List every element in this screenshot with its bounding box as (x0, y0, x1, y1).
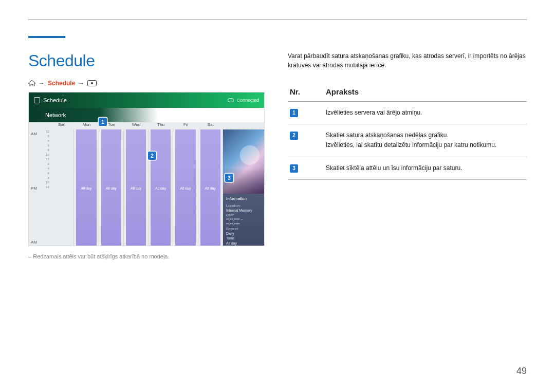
tick: 6 (42, 171, 49, 176)
schedule-screenshot: Schedule Connected Network Sun Mon Tue W… (28, 92, 265, 246)
desc-3: Skatiet sīktēla attēlu un īsu informācij… (324, 157, 527, 179)
info-panel: Information Location: Internal Memory Da… (223, 129, 264, 246)
enter-icon (87, 80, 97, 86)
connected-label: Connected (236, 98, 259, 103)
tick: 10 (42, 180, 49, 185)
desc-1: Izvēlieties servera vai ārējo atmiņu. (324, 102, 527, 124)
arrow-icon: → (39, 80, 45, 87)
table-row: 1 Izvēlieties servera vai ārējo atmiņu. (288, 102, 527, 124)
tick: 4 (42, 166, 49, 171)
badge-1: 1 (290, 109, 298, 117)
calendar-icon (34, 97, 40, 103)
intro-text: Varat pārbaudīt satura atskaņošanas graf… (288, 51, 527, 70)
event-bar: All day (200, 129, 220, 246)
pm-label: PM (31, 186, 37, 191)
table-row: 3 Skatiet sīktēla attēlu un īsu informāc… (288, 157, 527, 179)
tick: 8 (42, 148, 49, 153)
info-date-value2: **-**-**** (226, 222, 261, 227)
page-title: Schedule (28, 51, 265, 70)
left-column: Schedule → Schedule → Schedule Connected (28, 51, 265, 259)
th-apraksts: Apraksts (324, 84, 527, 102)
home-icon (28, 80, 35, 86)
col-wed: All day (124, 129, 149, 246)
day-mon: Mon (74, 122, 99, 129)
day-sat: Sat (198, 122, 223, 129)
table-row: 2 Skatiet satura atskaņošanas nedēļas gr… (288, 124, 527, 157)
thumbnail (223, 129, 264, 194)
page-number: 49 (516, 366, 527, 377)
event-bar: All day (76, 129, 96, 246)
tick: 12 (42, 129, 49, 134)
svg-point-1 (91, 82, 93, 84)
col-mon: All day (74, 129, 99, 246)
screenshot-header: Schedule Connected (29, 92, 264, 108)
network-label: Network (45, 112, 66, 118)
tick: 6 (42, 143, 49, 148)
schedule-body: Sun Mon Tue Wed Thu Fri Sat AM PM AM 12 … (29, 122, 264, 246)
callout-3: 3 (225, 174, 233, 182)
breadcrumb: → Schedule → (28, 80, 265, 87)
am-label-bottom: AM (31, 240, 37, 245)
tick: 12 (42, 185, 49, 190)
info-time-value: All day (226, 241, 261, 246)
info-time-label: Time: (226, 236, 235, 240)
time-axis: AM PM AM 12 2 4 6 8 10 12 2 4 6 8 (29, 129, 49, 246)
day-wed: Wed (124, 122, 149, 129)
arrow-icon: → (78, 80, 84, 87)
content-columns: Schedule → Schedule → Schedule Connected (28, 51, 527, 259)
info-date-label: Date: (226, 213, 235, 217)
col-tue: All day (99, 129, 124, 246)
breadcrumb-schedule: Schedule (48, 80, 75, 87)
desc-2: Skatiet satura atskaņošanas nedēļas graf… (324, 124, 527, 157)
badge-2: 2 (290, 132, 298, 140)
day-sun: Sun (49, 122, 74, 129)
info-repeat-label: Repeat: (226, 227, 239, 231)
col-fri: All day (173, 129, 198, 246)
callout-1: 1 (99, 118, 107, 126)
info-header: Information (226, 196, 261, 201)
tick: 8 (42, 176, 49, 180)
badge-3: 3 (290, 164, 298, 173)
cloud-icon (228, 98, 234, 102)
tick: 2 (42, 162, 49, 166)
event-bar: All day (151, 129, 171, 246)
am-label: AM (31, 132, 37, 136)
footnote: Redzamais attēls var būt atšķirīgs atkar… (28, 253, 265, 259)
info-repeat-value: Daily (226, 231, 261, 236)
info-date-value: **-**-**** ~ (226, 217, 261, 222)
tick: 10 (42, 153, 49, 157)
ticks: 12 2 4 6 8 10 12 2 4 6 8 10 12 (42, 129, 49, 246)
tick: 12 (42, 157, 49, 162)
day-thu: Thu (149, 122, 173, 129)
col-sat: All day (198, 129, 223, 246)
desc-2-line1: Skatiet satura atskaņošanas nedēļas graf… (326, 130, 525, 140)
desc-2-line2: Izvēlieties, lai skatītu detalizētu info… (326, 140, 525, 150)
info-location-label: Location: (226, 204, 240, 208)
event-bar: All day (101, 129, 121, 246)
schedule-grid: All day All day All day All day All day … (49, 129, 223, 246)
th-nr: Nr. (288, 84, 324, 102)
day-header: Sun Mon Tue Wed Thu Fri Sat (49, 122, 223, 129)
network-row: Network (29, 108, 264, 122)
event-bar: All day (175, 129, 195, 246)
right-column: Varat pārbaudīt satura atskaņošanas graf… (288, 51, 527, 259)
top-rule (28, 20, 527, 20)
day-fri: Fri (173, 122, 198, 129)
tick: 2 (42, 134, 49, 139)
col-thu: All day (149, 129, 173, 246)
callout-2: 2 (148, 152, 156, 160)
screenshot-title: Schedule (43, 97, 67, 103)
description-table: Nr. Apraksts 1 Izvēlieties servera vai ā… (288, 84, 527, 180)
accent-bar (28, 36, 65, 38)
info-location-value: Internal Memory (226, 208, 261, 213)
tick: 4 (42, 139, 49, 143)
col-sun (49, 129, 74, 246)
event-bar: All day (126, 129, 146, 246)
info-box: Information Location: Internal Memory Da… (223, 194, 264, 246)
